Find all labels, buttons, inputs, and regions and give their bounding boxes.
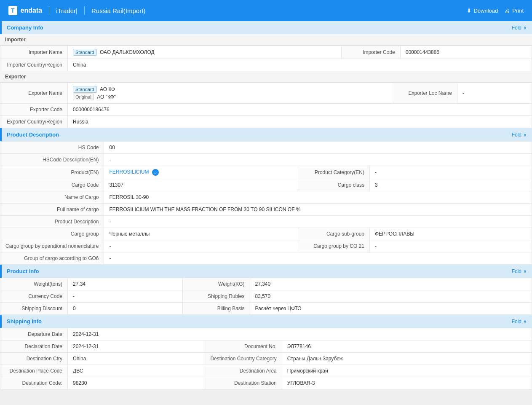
download-button[interactable]: ⬇ Download: [467, 8, 498, 14]
chevron-up-icon: ∧: [523, 268, 527, 274]
company-info-title: Company Info: [7, 24, 43, 31]
exporter-name-label: Exporter Name: [0, 83, 68, 104]
group-cargo-go6-value: -: [104, 252, 532, 265]
exporter-label: Exporter: [5, 74, 26, 80]
cargo-code-label: Cargo Code: [0, 179, 104, 191]
document-no-label: Document No.: [205, 341, 282, 353]
importer-name-value: Standard ОАО ДАЛЬКОМХОЛОД: [68, 46, 342, 59]
table-row: HS Code 00: [0, 142, 532, 154]
product-en-link[interactable]: FERROSILICIUM: [109, 169, 149, 175]
table-row: Full name of cargo FERROSILICIUM WITH TH…: [0, 204, 532, 216]
shipping-discount-value: 0: [68, 303, 183, 315]
destination-area-label: Destination Area: [205, 365, 282, 377]
table-row: Departure Date 2024-12-31: [0, 328, 532, 341]
product-description-header: Product Description Fold ∧: [0, 128, 532, 141]
table-row: Cargo group by operational nomenclature …: [0, 240, 532, 252]
shipping-info-table: Departure Date 2024-12-31 Declaration Da…: [0, 328, 532, 389]
destination-station-value: УГЛОВАЯ-3: [282, 377, 532, 389]
exporter-name-value: Standard АО КФ Original АО "КФ": [68, 83, 394, 104]
cargo-group-label: Cargo group: [0, 228, 104, 240]
billing-basis-label: Billing Basis: [182, 303, 250, 315]
header-divider2: [84, 6, 85, 15]
download-label: Download: [473, 8, 498, 14]
currency-code-value: -: [68, 290, 183, 303]
table-row: Currency Code - Shipping Rubles 83,570: [0, 290, 532, 303]
chevron-up-icon: ∧: [523, 319, 527, 325]
product-description-label: Product Description: [0, 216, 104, 228]
logo-brand: T: [11, 7, 15, 14]
importer-country-label: Importer Country/Region: [0, 59, 68, 71]
table-row: Destination Ctry China Destination Count…: [0, 353, 532, 365]
weight-tons-value: 27.34: [68, 278, 183, 290]
destination-code-label: Destination Code:: [0, 377, 68, 389]
shipping-rubles-label: Shipping Rubles: [182, 290, 250, 303]
group-cargo-go6-label: Group of cargo according to GO6: [0, 252, 104, 265]
table-row: Product(EN) FERROSILICIUM ⌕ Product Cate…: [0, 166, 532, 179]
declaration-date-value: 2024-12-31: [68, 341, 205, 353]
product-info-fold[interactable]: Fold ∧: [512, 268, 527, 274]
header: T endata iTrader| Russia Rail(Import) ⬇ …: [0, 0, 532, 21]
table-row: Importer Name Standard ОАО ДАЛЬКОМХОЛОД …: [0, 46, 532, 59]
table-row: Product Description -: [0, 216, 532, 228]
table-row: Destination Code: 98230 Destination Stat…: [0, 377, 532, 389]
weight-kg-label: Weight(KG): [182, 278, 250, 290]
company-info-header: Company Info Fold ∧: [0, 21, 532, 34]
cargo-class-value: 3: [369, 179, 532, 191]
exporter-table: Exporter Name Standard АО КФ Original АО…: [0, 83, 532, 128]
company-info-fold[interactable]: Fold ∧: [512, 25, 527, 31]
fold-label: Fold: [512, 132, 521, 138]
exporter-name-standard: АО КФ: [100, 86, 115, 92]
table-row: Group of cargo according to GO6 -: [0, 252, 532, 265]
table-row: Name of Cargo FERROSIL 30-90: [0, 191, 532, 204]
destination-country-category-value: Страны Дальн.Зарубеж: [282, 353, 532, 365]
header-left: T endata iTrader| Russia Rail(Import): [8, 6, 145, 15]
table-row: Exporter Code 0000000186476: [0, 104, 532, 116]
departure-date-value: 2024-12-31: [68, 328, 532, 341]
table-row: Cargo group Черные металлы Cargo sub-gro…: [0, 228, 532, 240]
importer-sub-section: Importer: [0, 34, 532, 46]
shipping-rubles-value: 83,570: [250, 290, 532, 303]
product-info-header: Product Info Fold ∧: [0, 265, 532, 278]
table-row: Cargo Code 31307 Cargo class 3: [0, 179, 532, 191]
importer-code-value: 000001443886: [400, 46, 532, 59]
print-label: Print: [512, 8, 524, 14]
exporter-loc-name-value: -: [457, 83, 532, 104]
importer-code-label: Importer Code: [341, 46, 400, 59]
importer-table: Importer Name Standard ОАО ДАЛЬКОМХОЛОД …: [0, 46, 532, 71]
destination-station-label: Destination Station: [205, 377, 282, 389]
itrader-label: iTrader|: [56, 7, 78, 14]
exporter-country-value: Russia: [68, 116, 532, 128]
product-en-value: FERROSILICIUM ⌕: [104, 166, 298, 179]
full-name-cargo-label: Full name of cargo: [0, 204, 104, 216]
hscode-desc-en-value: -: [104, 154, 532, 166]
weight-kg-value: 27,340: [250, 278, 532, 290]
product-search-icon[interactable]: ⌕: [152, 169, 159, 176]
product-description-title: Product Description: [7, 131, 59, 138]
shipping-info-fold[interactable]: Fold ∧: [512, 319, 527, 325]
print-button[interactable]: 🖨 Print: [505, 8, 524, 14]
header-right: ⬇ Download 🖨 Print: [467, 8, 524, 14]
product-category-en-label: Product Category(EN): [298, 166, 369, 179]
hs-code-value: 00: [104, 142, 532, 154]
header-divider: [49, 6, 49, 15]
page-title: Russia Rail(Import): [91, 7, 145, 14]
exporter-name-original: АО "КФ": [97, 94, 116, 100]
full-name-cargo-value: FERROSILICIUM WITH THE MASS FRACTION OF …: [104, 204, 532, 216]
destination-country-category-label: Destination Country Category: [205, 353, 282, 365]
table-row: Importer Country/Region China: [0, 59, 532, 71]
print-icon: 🖨: [505, 8, 510, 14]
shipping-info-header: Shipping Info Fold ∧: [0, 315, 532, 328]
product-category-en-value: -: [369, 166, 532, 179]
cargo-code-value: 31307: [104, 179, 298, 191]
exporter-code-label: Exporter Code: [0, 104, 68, 116]
logo-name: endata: [21, 7, 43, 14]
cargo-class-label: Cargo class: [298, 179, 369, 191]
main-content: Company Info Fold ∧ Importer Importer Na…: [0, 21, 532, 389]
table-row: Destination Place Code ДВС Destination A…: [0, 365, 532, 377]
product-description-fold[interactable]: Fold ∧: [512, 132, 527, 138]
exporter-code-value: 0000000186476: [68, 104, 532, 116]
cargo-group-op-value: -: [104, 240, 298, 252]
hs-code-label: HS Code: [0, 142, 104, 154]
billing-basis-value: Расчёт через ЦФТО: [250, 303, 532, 315]
standard-badge: Standard: [73, 86, 97, 93]
